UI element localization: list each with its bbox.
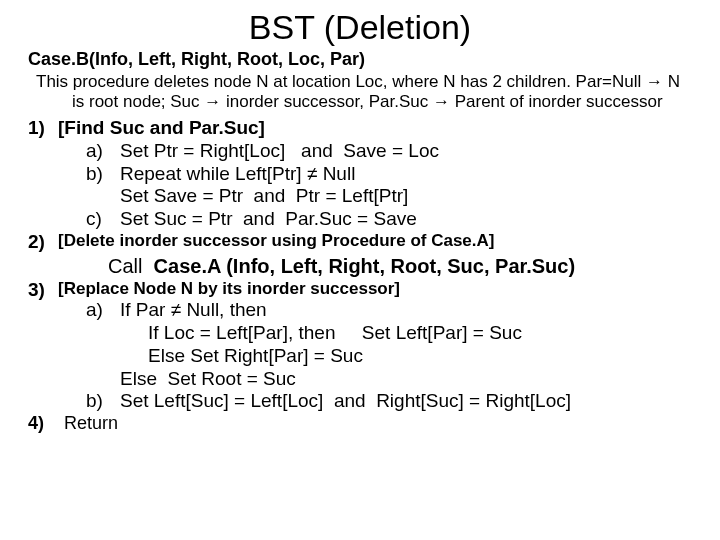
step-3b: b) Set Left[Suc] = Left[Loc] and Right[S… — [86, 390, 692, 413]
step-3-num: 3) — [28, 279, 58, 413]
step-2-head: [Delete inorder successor using Procedur… — [58, 231, 692, 251]
step-3a-l3: Else Set Root = Suc — [120, 368, 692, 391]
step-3-head: [Replace Node N by its inorder successor… — [58, 279, 692, 299]
step-1b-letter: b) — [86, 163, 120, 186]
step-2: 2) [Delete inorder successor using Proce… — [28, 231, 692, 254]
desc-line2: is root node; Suc → inorder successor, P… — [72, 92, 663, 111]
step-3a-l2: Else Set Right[Par] = Suc — [148, 345, 692, 368]
step-1c-text: Set Suc = Ptr and Par.Suc = Save — [120, 208, 692, 231]
step-4-num: 4) — [28, 413, 58, 435]
step-3a-text: If Par ≠ Null, then — [120, 299, 692, 322]
slide-title: BST (Deletion) — [28, 8, 692, 47]
step-1a-text: Set Ptr = Right[Loc] and Save = Loc — [120, 140, 692, 163]
call-text: Case.A (Info, Left, Right, Root, Suc, Pa… — [154, 255, 576, 277]
step-1b-inner: Set Save = Ptr and Ptr = Left[Ptr] — [120, 185, 692, 208]
step-4-text: Return — [58, 413, 692, 435]
description: This procedure deletes node N at locatio… — [36, 72, 692, 111]
step-4: 4) Return — [28, 413, 692, 435]
step-3a-l1: If Loc = Left[Par], then Set Left[Par] =… — [148, 322, 692, 345]
step-1b: b) Repeat while Left[Ptr] ≠ Null — [86, 163, 692, 186]
step-2-call: Call Case.A (Info, Left, Right, Root, Su… — [108, 255, 692, 278]
step-1a-letter: a) — [86, 140, 120, 163]
step-1c-letter: c) — [86, 208, 120, 231]
step-1-head: [Find Suc and Par.Suc] — [58, 117, 692, 140]
step-3: 3) [Replace Node N by its inorder succes… — [28, 279, 692, 413]
step-3b-letter: b) — [86, 390, 120, 413]
step-1-num: 1) — [28, 117, 58, 231]
step-1c: c) Set Suc = Ptr and Par.Suc = Save — [86, 208, 692, 231]
step-1: 1) [Find Suc and Par.Suc] a) Set Ptr = R… — [28, 117, 692, 231]
call-prefix: Call — [108, 255, 154, 277]
step-1b-text: Repeat while Left[Ptr] ≠ Null — [120, 163, 692, 186]
step-1a: a) Set Ptr = Right[Loc] and Save = Loc — [86, 140, 692, 163]
step-3a-letter: a) — [86, 299, 120, 322]
step-3a: a) If Par ≠ Null, then — [86, 299, 692, 322]
procedure-signature: Case.B(Info, Left, Right, Root, Loc, Par… — [28, 49, 692, 70]
step-3b-text: Set Left[Suc] = Left[Loc] and Right[Suc]… — [120, 390, 692, 413]
desc-line1: This procedure deletes node N at locatio… — [36, 72, 680, 91]
step-2-num: 2) — [28, 231, 58, 254]
